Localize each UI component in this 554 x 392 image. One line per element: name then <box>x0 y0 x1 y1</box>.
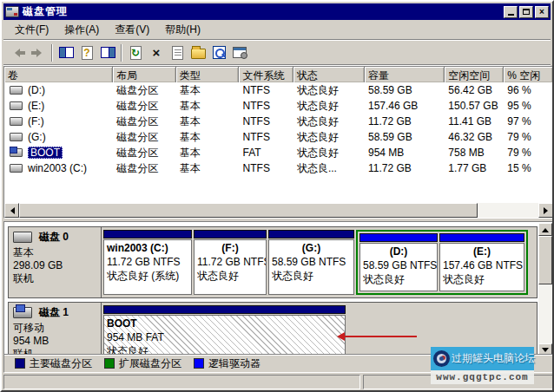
column-header-type[interactable]: 类型 <box>176 67 240 82</box>
magnifier-icon <box>213 46 226 59</box>
volume-pct-free: 96 % <box>504 84 553 96</box>
volume-fs: NTFS <box>240 162 293 174</box>
volume-row-c[interactable]: win2003 (C:) 磁盘分区 基本 NTFS 状态良... 11.72 G… <box>4 160 553 176</box>
partition-title: BOOT <box>107 317 342 330</box>
column-header-pct-free[interactable]: % 空闲 <box>504 67 553 82</box>
column-header-capacity[interactable]: 容量 <box>365 67 445 82</box>
volume-row-boot-selected[interactable]: BOOT 磁盘分区 基本 FAT 状态良好 954 MB 758 MB 79 % <box>4 145 553 160</box>
toolbar-separator <box>51 44 53 62</box>
volume-fs: NTFS <box>240 131 293 143</box>
disk-management-app-icon <box>5 6 19 17</box>
scroll-up-button[interactable] <box>538 223 552 236</box>
logical-drive-bar <box>359 233 438 242</box>
menu-file[interactable]: 文件(F) <box>7 21 56 39</box>
scroll-left-button[interactable] <box>4 203 19 218</box>
scroll-right-button[interactable] <box>538 203 553 218</box>
forward-button[interactable] <box>28 43 49 62</box>
properties-button[interactable] <box>167 43 188 62</box>
forward-icon <box>31 49 46 57</box>
back-button[interactable] <box>7 43 28 62</box>
disk-0-partitions: win2003 (C:) 11.72 GB NTFS 状态良好 (系统) (F:… <box>102 227 537 297</box>
volume-free: 758 MB <box>445 147 504 159</box>
column-header-free-space[interactable]: 空闲空间 <box>445 67 504 82</box>
partition-g[interactable]: (G:) 58.59 GB NTFS 状态良好 <box>268 230 354 295</box>
partition-status: 状态良好 <box>197 269 263 283</box>
volume-free: 150.57 GB <box>445 100 504 112</box>
partition-f[interactable]: (F:) 11.72 GB NTFS 状态良好 <box>194 230 267 295</box>
menubar: 文件(F) 操作(A) 查看(V) 帮助(H) <box>3 20 551 40</box>
maximize-button[interactable] <box>519 6 533 18</box>
extended-partition-frame: (D:) 58.59 GB NTFS 状态良好 (E:) 157.46 GB N… <box>356 230 528 295</box>
volume-name-selected: BOOT <box>28 147 63 159</box>
delete-button[interactable]: × <box>146 43 167 62</box>
show-action-pane-button[interactable] <box>97 43 118 62</box>
menu-help[interactable]: 帮助(H) <box>157 21 208 39</box>
volume-pct-free: 79 % <box>504 131 553 143</box>
legend-extended-partition: 扩展磁盘分区 <box>104 356 181 371</box>
legend-label: 主要磁盘分区 <box>30 356 92 371</box>
primary-partition-color-swatch <box>15 358 25 369</box>
volume-row-e[interactable]: (E:) 磁盘分区 基本 NTFS 状态良好 157.46 GB 150.57 … <box>4 98 553 114</box>
volume-row-g[interactable]: (G:) 磁盘分区 基本 NTFS 状态良好 58.59 GB 46.32 GB… <box>4 129 553 145</box>
disk-icon <box>13 232 32 243</box>
close-button[interactable]: × <box>535 6 549 18</box>
volume-capacity: 58.59 GB <box>365 84 445 96</box>
logical-drive-d[interactable]: (D:) 58.59 GB NTFS 状态良好 <box>359 233 438 291</box>
minimize-button[interactable] <box>504 6 518 18</box>
close-icon: × <box>539 8 544 16</box>
disk-type: 可移动 <box>13 322 96 335</box>
volume-fs: NTFS <box>240 84 293 96</box>
watermark-logo-icon <box>433 350 450 367</box>
volume-row-f[interactable]: (F:) 磁盘分区 基本 NTFS 状态良好 11.72 GB 11.41 GB… <box>4 114 553 129</box>
refresh-button[interactable]: ↻ <box>125 43 146 62</box>
vertical-scrollbar-thumb[interactable] <box>538 236 552 284</box>
removable-disk-icon <box>13 307 32 318</box>
volume-type: 基本 <box>176 146 240 160</box>
show-console-tree-button[interactable] <box>56 43 76 62</box>
legend-logical-drive: 逻辑驱动器 <box>194 356 261 371</box>
vertical-scrollbar[interactable] <box>538 223 552 356</box>
open-folder-icon <box>191 49 206 59</box>
primary-partition-bar <box>103 230 192 238</box>
volume-capacity: 954 MB <box>365 147 445 159</box>
volume-free: 11.41 GB <box>445 115 504 127</box>
primary-partition-bar <box>194 230 267 238</box>
volume-free: 56.42 GB <box>445 84 504 96</box>
volume-name: (E:) <box>28 100 44 112</box>
volume-icon <box>10 164 23 173</box>
volume-row-d[interactable]: (D:) 磁盘分区 基本 NTFS 状态良好 58.59 GB 56.42 GB… <box>4 82 553 98</box>
properties-help-button[interactable]: ? <box>76 43 97 62</box>
disk-name: 磁盘 1 <box>39 305 69 320</box>
volume-status: 状态良好 <box>293 114 365 129</box>
horizontal-scrollbar-thumb[interactable] <box>19 203 478 218</box>
partition-c-win2003[interactable]: win2003 (C:) 11.72 GB NTFS 状态良好 (系统) <box>103 230 192 295</box>
volume-list-header: 卷 布局 类型 文件系统 状态 容量 空闲空间 % 空闲 <box>4 67 553 82</box>
action-pane-icon <box>101 47 115 58</box>
horizontal-scrollbar[interactable] <box>4 203 553 218</box>
customize-button[interactable] <box>229 43 250 62</box>
primary-partition-bar <box>268 230 354 238</box>
volume-type: 基本 <box>176 83 240 98</box>
volume-pct-free: 97 % <box>504 115 553 127</box>
volume-type: 基本 <box>176 114 240 129</box>
column-header-status[interactable]: 状态 <box>293 67 365 82</box>
watermark-title: 过期罐头电脑论坛 <box>452 351 535 366</box>
column-header-filesystem[interactable]: 文件系统 <box>239 67 293 82</box>
column-header-volume[interactable]: 卷 <box>4 67 113 82</box>
open-button[interactable] <box>188 43 208 62</box>
disk-name: 磁盘 0 <box>39 230 69 245</box>
view-button[interactable] <box>208 43 229 62</box>
legend-label: 逻辑驱动器 <box>208 356 261 371</box>
logical-drive-e[interactable]: (E:) 157.46 GB NTFS 状态良好 <box>439 233 524 291</box>
volume-name: (G:) <box>28 131 46 143</box>
volume-fs: FAT <box>240 147 293 159</box>
watermark: 过期罐头电脑论坛 www.gqgtpc.com <box>431 347 534 384</box>
menu-action[interactable]: 操作(A) <box>56 21 107 39</box>
column-header-layout[interactable]: 布局 <box>113 67 176 82</box>
menu-view[interactable]: 查看(V) <box>107 21 157 39</box>
partition-status: 状态良好 <box>272 269 351 283</box>
disk-0-info[interactable]: 磁盘 0 基本 298.09 GB 联机 <box>9 227 102 297</box>
disk-type: 基本 <box>13 246 96 259</box>
volume-icon <box>10 133 23 141</box>
delete-x-icon: × <box>153 46 161 59</box>
